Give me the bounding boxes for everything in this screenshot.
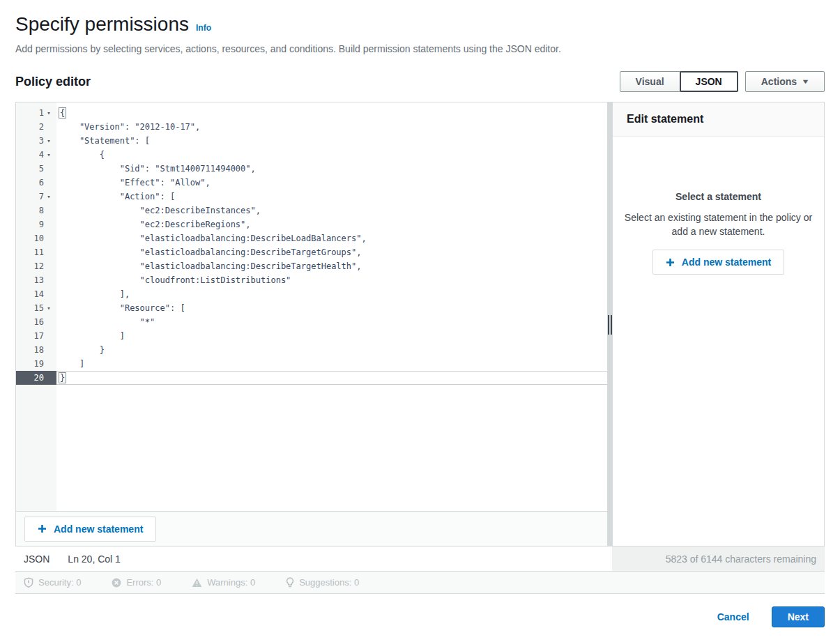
json-editor-column: 1▾{2 "Version": "2012-10-17",3▾ "Stateme… xyxy=(16,102,607,546)
add-statement-label: Add new statement xyxy=(682,257,771,268)
cancel-button[interactable]: Cancel xyxy=(717,611,749,622)
policy-editor-container: 1▾{2 "Version": "2012-10-17",3▾ "Stateme… xyxy=(15,102,825,547)
edit-statement-header: Edit statement xyxy=(613,102,824,137)
line-number-3: 3▾ xyxy=(16,134,56,148)
errors-item: Errors: 0 xyxy=(112,577,161,588)
code-text[interactable]: "Resource": [ xyxy=(56,301,607,315)
code-line-18[interactable]: 18 } xyxy=(16,343,607,357)
fold-arrow-icon[interactable]: ▾ xyxy=(45,134,52,148)
add-new-statement-button-bottom[interactable]: Add new statement xyxy=(24,517,156,542)
info-link[interactable]: Info xyxy=(196,23,211,33)
empty-state-text: Select an existing statement in the poli… xyxy=(620,211,817,238)
code-text[interactable]: "elasticloadbalancing:DescribeLoadBalanc… xyxy=(56,231,607,245)
warnings-item: Warnings: 0 xyxy=(192,577,255,588)
line-number-13: 13 xyxy=(16,273,56,287)
code-line-6[interactable]: 6 "Effect": "Allow", xyxy=(16,176,607,190)
line-number-9: 9 xyxy=(16,217,56,231)
code-line-11[interactable]: 11 "elasticloadbalancing:DescribeTargetG… xyxy=(16,245,607,259)
line-number-16: 16 xyxy=(16,315,56,329)
line-number-18: 18 xyxy=(16,343,56,357)
fold-arrow-icon[interactable]: ▾ xyxy=(45,106,52,120)
code-text[interactable]: "cloudfront:ListDistributions" xyxy=(56,273,607,287)
line-number-17: 17 xyxy=(16,329,56,343)
code-line-5[interactable]: 5 "Sid": "Stmt1400711494000", xyxy=(16,162,607,176)
next-button[interactable]: Next xyxy=(772,606,825,627)
json-toggle-button[interactable]: JSON xyxy=(680,71,738,92)
page-header: Specify permissions Info xyxy=(15,13,825,36)
resize-grip-icon xyxy=(608,315,612,335)
code-line-20[interactable]: 20} xyxy=(16,371,607,385)
toolbar-buttons: Visual JSON Actions ▼ xyxy=(620,71,825,92)
code-text[interactable]: "elasticloadbalancing:DescribeTargetHeal… xyxy=(56,259,607,273)
line-number-19: 19 xyxy=(16,357,56,371)
code-line-8[interactable]: 8 "ec2:DescribeInstances", xyxy=(16,204,607,217)
shield-exclamation-icon xyxy=(24,577,33,588)
editor-footer-strip: Add new statement xyxy=(16,511,607,546)
code-text[interactable]: "Effect": "Allow", xyxy=(56,176,607,190)
code-line-3[interactable]: 3▾ "Statement": [ xyxy=(16,134,607,148)
json-code-editor[interactable]: 1▾{2 "Version": "2012-10-17",3▾ "Stateme… xyxy=(16,102,607,511)
cursor-position-label: Ln 20, Col 1 xyxy=(68,553,121,565)
line-number-2: 2 xyxy=(16,120,56,134)
chevron-down-icon: ▼ xyxy=(801,78,809,85)
code-text[interactable]: "Version": "2012-10-17", xyxy=(56,120,607,134)
policy-editor-toolbar: Policy editor Visual JSON Actions ▼ xyxy=(15,71,825,92)
code-text[interactable]: "*" xyxy=(56,315,607,329)
code-line-1[interactable]: 1▾{ xyxy=(16,106,607,120)
line-number-8: 8 xyxy=(16,204,56,217)
code-text[interactable]: ] xyxy=(56,329,607,343)
page-title: Specify permissions xyxy=(15,13,189,36)
panel-resize-divider[interactable] xyxy=(607,102,613,546)
fold-arrow-icon[interactable]: ▾ xyxy=(45,148,52,162)
line-number-7: 7▾ xyxy=(16,190,56,204)
code-text[interactable]: "Statement": [ xyxy=(56,134,607,148)
code-line-15[interactable]: 15▾ "Resource": [ xyxy=(16,301,607,315)
code-text[interactable]: "ec2:DescribeRegions", xyxy=(56,217,607,231)
code-line-19[interactable]: 19 ] xyxy=(16,357,607,371)
code-lines: 1▾{2 "Version": "2012-10-17",3▾ "Stateme… xyxy=(16,106,607,511)
code-line-14[interactable]: 14 ], xyxy=(16,287,607,301)
code-text[interactable]: "Sid": "Stmt1400711494000", xyxy=(56,162,607,176)
lightbulb-icon xyxy=(286,577,294,588)
code-line-12[interactable]: 12 "elasticloadbalancing:DescribeTargetH… xyxy=(16,259,607,273)
characters-remaining-label: 5823 of 6144 characters remaining xyxy=(666,553,816,565)
code-line-4[interactable]: 4▾ { xyxy=(16,148,607,162)
code-line-9[interactable]: 9 "ec2:DescribeRegions", xyxy=(16,217,607,231)
code-text[interactable]: { xyxy=(56,148,607,162)
code-text[interactable]: } xyxy=(56,371,607,385)
line-number-10: 10 xyxy=(16,231,56,245)
actions-dropdown-button[interactable]: Actions ▼ xyxy=(745,71,825,92)
code-text[interactable]: ], xyxy=(56,287,607,301)
policy-editor-heading: Policy editor xyxy=(15,75,91,89)
code-text[interactable]: "ec2:DescribeInstances", xyxy=(56,204,607,217)
editor-mode-label: JSON xyxy=(24,553,49,565)
code-line-7[interactable]: 7▾ "Action": [ xyxy=(16,190,607,204)
status-bar-right: 5823 of 6144 characters remaining xyxy=(612,547,825,571)
visual-toggle-button[interactable]: Visual xyxy=(620,71,680,92)
code-text[interactable]: { xyxy=(56,106,607,120)
wizard-footer: Cancel Next xyxy=(15,606,825,627)
specify-permissions-page: Specify permissions Info Add permissions… xyxy=(0,13,840,627)
add-new-statement-button-panel[interactable]: Add new statement xyxy=(652,250,784,275)
code-text[interactable]: "Action": [ xyxy=(56,190,607,204)
fold-arrow-icon[interactable]: ▾ xyxy=(45,301,52,315)
line-number-20: 20 xyxy=(16,371,56,385)
code-line-10[interactable]: 10 "elasticloadbalancing:DescribeLoadBal… xyxy=(16,231,607,245)
code-text[interactable]: "elasticloadbalancing:DescribeTargetGrou… xyxy=(56,245,607,259)
code-line-2[interactable]: 2 "Version": "2012-10-17", xyxy=(16,120,607,134)
error-circle-icon xyxy=(112,578,121,588)
line-number-6: 6 xyxy=(16,176,56,190)
code-line-17[interactable]: 17 ] xyxy=(16,329,607,343)
security-findings-item: Security: 0 xyxy=(24,577,81,588)
code-text[interactable]: ] xyxy=(56,357,607,371)
code-line-16[interactable]: 16 "*" xyxy=(16,315,607,329)
line-number-1: 1▾ xyxy=(16,106,56,120)
code-line-13[interactable]: 13 "cloudfront:ListDistributions" xyxy=(16,273,607,287)
edit-statement-panel: Edit statement Select a statement Select… xyxy=(613,102,824,546)
code-text[interactable]: } xyxy=(56,343,607,357)
status-bar-left: JSON Ln 20, Col 1 xyxy=(15,547,612,571)
suggestions-item: Suggestions: 0 xyxy=(286,577,359,588)
plus-icon xyxy=(38,524,47,533)
fold-arrow-icon[interactable]: ▾ xyxy=(45,190,52,204)
empty-state-title: Select a statement xyxy=(620,191,817,202)
